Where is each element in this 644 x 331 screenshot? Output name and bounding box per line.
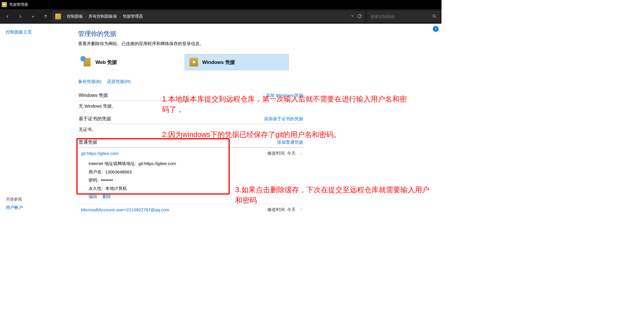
add-cert-credential-link[interactable]: 添加基于证书的凭据 bbox=[264, 116, 303, 122]
tab-win-label: Windows 凭据 bbox=[202, 59, 235, 66]
refresh-button[interactable] bbox=[357, 14, 362, 19]
detail-persist-label: 永久性: bbox=[89, 186, 103, 191]
detail-user-label: 用户名: bbox=[89, 169, 103, 174]
detail-persist: 本地计算机 bbox=[105, 186, 127, 191]
svg-line-6 bbox=[435, 17, 436, 18]
crumb-control-panel[interactable]: 控制面板 bbox=[67, 14, 83, 19]
search-input[interactable] bbox=[371, 14, 432, 19]
chevron-down-icon: ﹀ bbox=[300, 207, 303, 212]
tab-web-label: Web 凭据 bbox=[95, 59, 117, 66]
back-button[interactable] bbox=[2, 11, 13, 22]
control-panel-home-link[interactable]: 控制面板主页 bbox=[6, 29, 78, 35]
see-also-header: 另请参阅 bbox=[6, 197, 78, 202]
restore-link[interactable]: 还原凭据(R) bbox=[107, 79, 130, 84]
add-generic-credential-link[interactable]: 添加普通凭据 bbox=[277, 140, 303, 145]
backup-link[interactable]: 备份凭据(B) bbox=[78, 79, 101, 84]
tab-web-credentials[interactable]: Web 凭据 bbox=[78, 54, 182, 70]
chevron-right-icon: › bbox=[119, 15, 120, 18]
detail-user: 13063648563 bbox=[105, 169, 132, 174]
section-windows-title: Windows 凭据 bbox=[79, 93, 108, 99]
page-heading: 管理你的凭据 bbox=[78, 29, 436, 38]
annotation-3: 3.如果点击删除缓存，下次在提交至远程仓库就需要输入用户和密码 bbox=[235, 184, 432, 206]
section-cert-title: 基于证书的凭据 bbox=[79, 116, 111, 122]
credential-name: MicrosoftAccount:user=2210922787@qq.com bbox=[81, 207, 169, 212]
modified-value: 今天 bbox=[287, 151, 296, 156]
address-icon bbox=[55, 14, 61, 19]
chevron-right-icon: › bbox=[85, 15, 87, 18]
credential-entry-header[interactable]: git:https://gitee.com 修改时间: 今天 ︿ bbox=[78, 148, 304, 158]
detail-addr: git:https://gitee.com bbox=[139, 161, 176, 166]
maximize-button[interactable] bbox=[415, 0, 428, 9]
chevron-right-icon: › bbox=[63, 15, 65, 18]
section-generic-title: 普通凭据 bbox=[79, 139, 97, 145]
crumb-credential-manager[interactable]: 凭据管理器 bbox=[123, 14, 143, 19]
svg-line-3 bbox=[432, 1, 438, 8]
modified-label: 修改时间: bbox=[267, 151, 286, 156]
credential-name: git:https://gitee.com bbox=[81, 151, 119, 156]
web-credentials-icon bbox=[82, 57, 92, 67]
up-button[interactable] bbox=[40, 11, 51, 22]
minimize-button[interactable] bbox=[402, 0, 415, 9]
chevron-up-icon: ︿ bbox=[300, 151, 303, 156]
svg-point-5 bbox=[433, 15, 435, 17]
tab-windows-credentials[interactable]: Windows 凭据 bbox=[185, 54, 289, 70]
recent-dropdown-button[interactable] bbox=[27, 11, 39, 22]
nav-toolbar: › 控制面板 › 所有控制面板项 › 凭据管理器 bbox=[0, 9, 441, 24]
detail-pwd-label: 密码: bbox=[89, 177, 98, 182]
forward-button[interactable] bbox=[14, 11, 26, 22]
app-icon bbox=[2, 2, 7, 7]
detail-addr-label: Internet 地址或网络地址: bbox=[89, 161, 136, 166]
crumb-all-items[interactable]: 所有控制面板项 bbox=[89, 14, 117, 19]
modified-value: 今天 bbox=[287, 207, 296, 212]
annotation-1: 1.本地版本库提交到远程仓库，第一次输入后就不需要在进行输入用户名和密码了， bbox=[162, 94, 411, 115]
credential-entry-header[interactable]: MicrosoftAccount:user=2210922787@qq.com … bbox=[78, 204, 304, 215]
edit-credential-link[interactable]: 编辑 bbox=[89, 194, 97, 199]
address-dropdown-icon[interactable] bbox=[350, 14, 354, 19]
annotation-2: 2.因为windows下的凭据已经保存了git的用户名和密码。 bbox=[162, 129, 417, 140]
search-box[interactable] bbox=[367, 11, 440, 22]
close-button[interactable] bbox=[428, 0, 441, 9]
user-accounts-link[interactable]: 用户帐户 bbox=[6, 205, 78, 210]
window-title: 凭据管理器 bbox=[9, 2, 28, 7]
delete-credential-link[interactable]: 删除 bbox=[102, 194, 111, 199]
search-icon[interactable] bbox=[432, 14, 437, 19]
svg-rect-1 bbox=[418, 1, 425, 8]
detail-pwd: •••••••• bbox=[101, 177, 113, 182]
address-bar[interactable]: › 控制面板 › 所有控制面板项 › 凭据管理器 bbox=[53, 11, 365, 22]
modified-label: 修改时间: bbox=[267, 207, 286, 212]
title-bar: 凭据管理器 bbox=[0, 0, 441, 9]
windows-credentials-icon bbox=[189, 57, 199, 67]
page-subtext: 查看并删除你为网站、已连接的应用程序和网络保存的登录信息。 bbox=[78, 41, 436, 47]
svg-line-2 bbox=[432, 1, 438, 8]
